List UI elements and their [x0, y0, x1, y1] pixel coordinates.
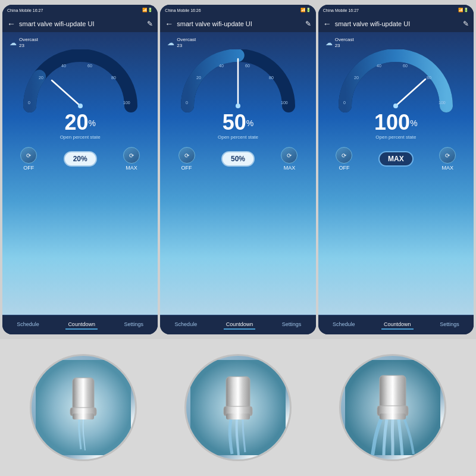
weather-label-3: Overcast	[335, 37, 354, 43]
app-title-2: smart valve wifi-update UI	[177, 20, 301, 27]
value-btn-2[interactable]: 50%	[221, 151, 255, 167]
app-bar-2: ← smart valve wifi-update UI ✎	[160, 15, 315, 32]
svg-text:80: 80	[269, 76, 274, 80]
svg-rect-31	[226, 414, 250, 419]
svg-text:60: 60	[87, 64, 92, 68]
value-btn-1[interactable]: 20%	[64, 151, 97, 167]
svg-rect-35	[380, 414, 406, 419]
svg-rect-29	[226, 377, 250, 409]
off-btn-3[interactable]: ⟳ OFF	[336, 147, 352, 171]
percent-label-1: Open percent state	[60, 134, 101, 140]
weather-temp-2: 23	[177, 43, 196, 49]
bottom-tabs-1: Schedule Countdown Settings	[2, 315, 158, 334]
back-button-2[interactable]: ←	[165, 19, 173, 29]
off-btn-2[interactable]: ⟳ OFF	[178, 147, 195, 171]
edit-button-3[interactable]: ✎	[463, 20, 469, 28]
percent-sign-2: %	[246, 118, 253, 128]
status-carrier-3: China Mobile 16:27	[323, 8, 359, 12]
max-btn-2[interactable]: ⟳ MAX	[281, 147, 298, 171]
off-label-3: OFF	[339, 165, 349, 171]
phone-content-3: ☁ Overcast 23	[318, 32, 474, 315]
svg-text:40: 40	[61, 64, 66, 68]
phone-content-1: ☁ Overcast 23	[2, 32, 158, 315]
gauge-2: 0 20 40 60 80 100	[162, 49, 313, 115]
phone-1: China Mobile 16:27 📶🔋 ← smart valve wifi…	[2, 5, 158, 334]
weather-icon-3: ☁	[325, 39, 333, 47]
percent-display-3: 100% Open percent state	[374, 112, 418, 140]
tab-schedule-2[interactable]: Schedule	[173, 320, 200, 330]
svg-rect-25	[73, 378, 94, 411]
back-button-3[interactable]: ←	[323, 19, 331, 29]
gauge-3: 0 20 40 60 80 100	[321, 49, 471, 115]
gauge-svg-3: 0 20 40 60 80 100	[336, 49, 455, 115]
status-carrier-2: China Mobile 16:26	[165, 8, 201, 12]
tab-countdown-2[interactable]: Countdown	[224, 320, 256, 330]
status-bar-2: China Mobile 16:26 📶🔋	[160, 5, 315, 15]
controls-row-3: ⟳ OFF MAX ⟳ MAX	[321, 142, 471, 176]
faucet-3	[339, 354, 446, 461]
weather-text-3: Overcast 23	[335, 37, 354, 48]
bottom-tabs-2: Schedule Countdown Settings	[160, 315, 315, 334]
off-label-1: OFF	[23, 165, 34, 171]
svg-text:0: 0	[28, 101, 30, 105]
weather-label-2: Overcast	[177, 37, 196, 43]
weather-2: ☁ Overcast 23	[167, 37, 196, 48]
svg-text:100: 100	[439, 101, 446, 105]
tab-schedule-3[interactable]: Schedule	[330, 320, 358, 330]
max-label-2: MAX	[284, 165, 296, 171]
phone-3: China Mobile 16:27 📶🔋 ← smart valve wifi…	[318, 5, 474, 334]
gauge-svg-2: 0 20 40 60 80 100	[178, 49, 298, 115]
tab-countdown-1[interactable]: Countdown	[65, 320, 98, 330]
value-btn-3[interactable]: MAX	[378, 151, 414, 167]
off-knob-2[interactable]: ⟳	[178, 147, 195, 164]
tab-settings-1[interactable]: Settings	[121, 320, 146, 330]
status-bar-3: China Mobile 16:27 📶🔋	[318, 5, 474, 15]
faucet-2	[184, 354, 292, 461]
svg-text:20: 20	[196, 76, 201, 80]
status-icons-2: 📶🔋	[300, 8, 311, 12]
edit-button-2[interactable]: ✎	[305, 20, 311, 28]
svg-text:60: 60	[403, 64, 408, 68]
status-icons-1: 📶🔋	[142, 8, 153, 12]
phones-row: China Mobile 16:27 📶🔋 ← smart valve wifi…	[0, 0, 476, 339]
bottom-tabs-3: Schedule Countdown Settings	[318, 315, 474, 334]
svg-text:60: 60	[245, 64, 250, 68]
off-btn-1[interactable]: ⟳ OFF	[20, 147, 37, 171]
off-knob-3[interactable]: ⟳	[336, 147, 352, 164]
tab-countdown-3[interactable]: Countdown	[381, 320, 414, 330]
faucet-svg-3	[345, 360, 440, 455]
svg-text:40: 40	[377, 64, 381, 68]
app-bar-1: ← smart valve wifi-update UI ✎	[2, 15, 158, 32]
weather-temp-1: 23	[19, 43, 38, 49]
max-knob-1[interactable]: ⟳	[123, 147, 140, 164]
percent-label-3: Open percent state	[374, 134, 418, 140]
svg-text:20: 20	[39, 76, 43, 80]
svg-line-6	[52, 80, 80, 106]
tab-settings-2[interactable]: Settings	[280, 320, 304, 330]
svg-text:0: 0	[186, 101, 188, 105]
svg-text:100: 100	[123, 101, 130, 105]
svg-text:20: 20	[354, 76, 359, 80]
off-knob-1[interactable]: ⟳	[20, 147, 37, 164]
faucet-svg-1	[36, 360, 131, 455]
svg-line-22	[396, 79, 425, 106]
svg-point-23	[393, 104, 398, 108]
max-knob-2[interactable]: ⟳	[281, 147, 298, 164]
percent-sign-3: %	[410, 118, 417, 128]
max-btn-3[interactable]: ⟳ MAX	[439, 147, 456, 171]
tab-settings-3[interactable]: Settings	[437, 320, 462, 330]
svg-point-15	[236, 104, 240, 108]
back-button-1[interactable]: ←	[7, 19, 15, 29]
edit-button-1[interactable]: ✎	[147, 20, 153, 28]
weather-label-1: Overcast	[19, 37, 38, 43]
tab-schedule-1[interactable]: Schedule	[14, 320, 42, 330]
svg-text:80: 80	[427, 76, 431, 80]
weather-text-2: Overcast 23	[177, 37, 196, 48]
max-label-1: MAX	[126, 165, 137, 171]
max-knob-3[interactable]: ⟳	[439, 147, 456, 164]
app-bar-3: ← smart valve wifi-update UI ✎	[318, 15, 474, 32]
percent-display-2: 50% Open percent state	[218, 112, 258, 140]
max-btn-1[interactable]: ⟳ MAX	[123, 147, 140, 171]
weather-temp-3: 23	[335, 43, 354, 49]
app-title-3: smart valve wifi-update UI	[335, 20, 459, 27]
